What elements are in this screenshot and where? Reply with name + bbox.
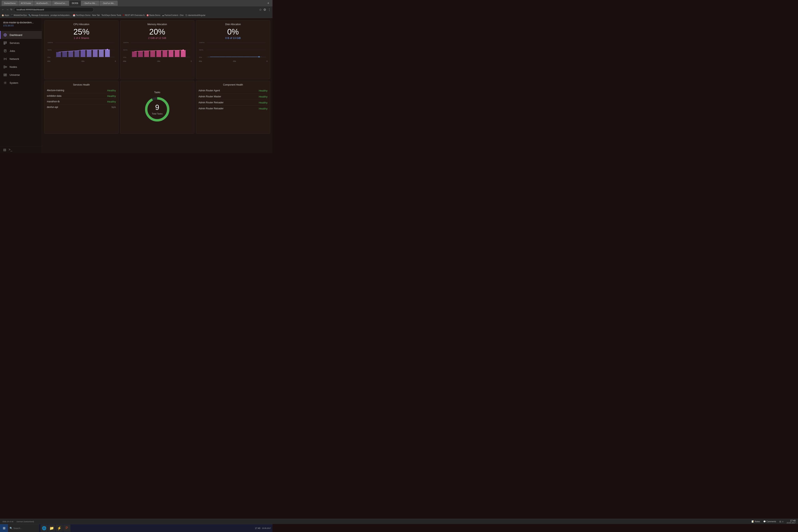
- bookmark-manage-extensions[interactable]: 🔧Manage Extensions: [28, 14, 49, 16]
- cluster-ip: 172.16.0.5: [3, 24, 38, 27]
- nav-item-universe[interactable]: Universe: [0, 71, 42, 79]
- sidebar: dcos-master-ip-dockerdem... 172.16.0.5 D…: [0, 18, 42, 153]
- svg-rect-43: [87, 50, 92, 57]
- svg-rect-40: [69, 51, 73, 57]
- svg-point-64: [182, 50, 184, 51]
- bookmarks-bar: 🏠Apps 📱MobileDevOps 🔧Manage Extensions p…: [0, 13, 272, 18]
- service-status-0: Healthy: [107, 89, 116, 92]
- tab-devfun1[interactable]: - DevFun.We...: [81, 1, 99, 6]
- services-icon: [3, 41, 7, 45]
- tab-dockerdemo[interactable]: DockerDemo: [2, 1, 18, 6]
- svg-point-47: [107, 49, 108, 50]
- svg-rect-27: [4, 74, 5, 75]
- service-row-1: exhibitor-data Healthy: [47, 93, 116, 99]
- svg-rect-59: [156, 51, 161, 57]
- component-status-0: Healthy: [259, 89, 268, 92]
- sidebar-cli-icon[interactable]: >_: [8, 148, 12, 152]
- tab-dcos[interactable]: DC/OS: [70, 1, 81, 6]
- cpu-bar-chart-svg: 100% 50% 0%: [47, 41, 116, 59]
- nav-item-system[interactable]: System: [0, 79, 42, 87]
- svg-rect-61: [169, 50, 173, 57]
- svg-text:100%: 100%: [199, 41, 205, 43]
- universe-icon: [3, 73, 7, 77]
- svg-point-13: [5, 58, 5, 59]
- forward-button[interactable]: →: [6, 8, 9, 11]
- disk-percentage: 0%: [198, 27, 268, 36]
- disk-x-label-60: -60s: [198, 60, 202, 62]
- svg-rect-63: [181, 50, 186, 57]
- svg-point-17: [6, 59, 7, 60]
- disk-x-label-30: -30s: [232, 60, 236, 62]
- cpu-x-label-60: -60s: [47, 60, 51, 62]
- bookmark-basta[interactable]: 🎯Basta Demo: [147, 14, 160, 16]
- bookmark-apps[interactable]: 🏠Apps: [2, 14, 9, 16]
- svg-point-31: [5, 82, 5, 83]
- nav-items: Dashboard Services: [0, 29, 42, 146]
- tab-devfun2[interactable]: - DevFun.We...: [99, 1, 118, 6]
- service-status-3: N/A: [112, 106, 116, 109]
- bookmark-techdays-tools[interactable]: TechDays Demo Tools: [101, 14, 121, 16]
- service-row-0: 4tecture-training Healthy: [47, 88, 116, 93]
- nav-item-dashboard[interactable]: Dashboard: [0, 31, 42, 39]
- bookmark-mobiledevops[interactable]: 📱MobileDevOps: [11, 14, 27, 16]
- extensions-button[interactable]: ⚙: [263, 8, 266, 12]
- system-icon: [3, 81, 7, 85]
- svg-rect-7: [4, 43, 6, 43]
- bookmark-techdays[interactable]: 📅TechDays Demo: [73, 14, 90, 16]
- back-button[interactable]: ←: [2, 8, 4, 11]
- nav-item-jobs[interactable]: Jobs: [0, 47, 42, 55]
- bookmark-star[interactable]: ☆: [259, 8, 262, 12]
- browser-chrome: DockerDemo ACSCluster AcsDockerD... #tDe…: [0, 0, 272, 18]
- svg-rect-58: [150, 51, 155, 57]
- tasks-donut-center: 9 Total Tasks: [152, 103, 163, 115]
- disk-bar-chart-svg: 100% 50% 0%: [198, 41, 268, 59]
- disk-x-label-0: 0: [267, 60, 268, 62]
- component-row-0: Admin Router Agent Healthy: [198, 88, 268, 94]
- svg-rect-23: [4, 67, 5, 68]
- cpu-chart-labels: -60s -30s 0: [47, 60, 116, 62]
- sidebar-terminal-icon[interactable]: ▤: [3, 148, 6, 152]
- memory-x-label-0: 0: [191, 60, 192, 62]
- url-input[interactable]: [14, 7, 94, 12]
- component-status-2: Healthy: [259, 101, 268, 104]
- tasks-total-label: Total Tasks: [152, 113, 163, 115]
- nav-item-services[interactable]: Services: [0, 39, 42, 47]
- bookmark-newtab[interactable]: New Tab: [92, 14, 100, 16]
- sidebar-bottom: ▤ >_: [0, 146, 42, 153]
- address-bar: ← → ↻ ☆ ⚙ ⋮: [0, 6, 272, 13]
- bookmark-partner[interactable]: ☁PartnerContent - One: [162, 14, 184, 16]
- tab-acsdocker[interactable]: AcsDockerD...: [34, 1, 52, 6]
- svg-rect-39: [62, 52, 67, 57]
- disk-panel: Disk Allocation 0% 0 B of 13 GiB 100% 50…: [196, 20, 270, 79]
- bookmark-rest-api[interactable]: RREST API Overview fc: [123, 14, 145, 16]
- svg-rect-55: [132, 52, 137, 57]
- nav-item-network[interactable]: Network: [0, 55, 42, 63]
- memory-x-label-30: -30s: [157, 60, 160, 62]
- app-container: dcos-master-ip-dockerdem... 172.16.0.5 D…: [0, 18, 272, 153]
- memory-detail: 2 GiB of 12 GiB: [123, 37, 192, 39]
- svg-text:100%: 100%: [123, 41, 129, 43]
- nav-item-nodes[interactable]: Nodes: [0, 63, 42, 71]
- memory-bar-chart-svg: 100% 50% 0%: [123, 41, 192, 59]
- nav-label-services: Services: [10, 41, 20, 44]
- component-name-2: Admin Router Reloader: [198, 101, 224, 104]
- svg-rect-6: [4, 42, 6, 42]
- service-status-1: Healthy: [107, 95, 116, 97]
- svg-rect-56: [138, 51, 143, 57]
- memory-chart: 100% 50% 0%: [123, 41, 192, 61]
- component-name-3: Admin Router Reloader: [198, 107, 224, 110]
- bookmark-prodapi[interactable]: prodapi.techdaysdem...: [51, 14, 71, 16]
- main-content: CPU Allocation 25% 1 of 4 Shares 100% 50…: [42, 18, 272, 153]
- bookmark-damienbod[interactable]: ⚫damienbod/Angular: [185, 14, 206, 16]
- refresh-button[interactable]: ↻: [11, 8, 12, 11]
- service-name-1: exhibitor-data: [47, 95, 61, 97]
- tab-tdemo[interactable]: #tDemoCon...: [52, 1, 69, 6]
- tab-acscluster[interactable]: ACSCluster: [18, 1, 34, 6]
- new-tab-button[interactable]: +: [266, 1, 271, 5]
- service-row-2: marathon-lb Healthy: [47, 99, 116, 104]
- cpu-detail: 1 of 4 Shares: [47, 37, 116, 39]
- svg-rect-46: [105, 50, 110, 57]
- nav-label-network: Network: [10, 57, 19, 60]
- menu-button[interactable]: ⋮: [268, 8, 271, 12]
- disk-panel-title: Disk Allocation: [198, 23, 268, 26]
